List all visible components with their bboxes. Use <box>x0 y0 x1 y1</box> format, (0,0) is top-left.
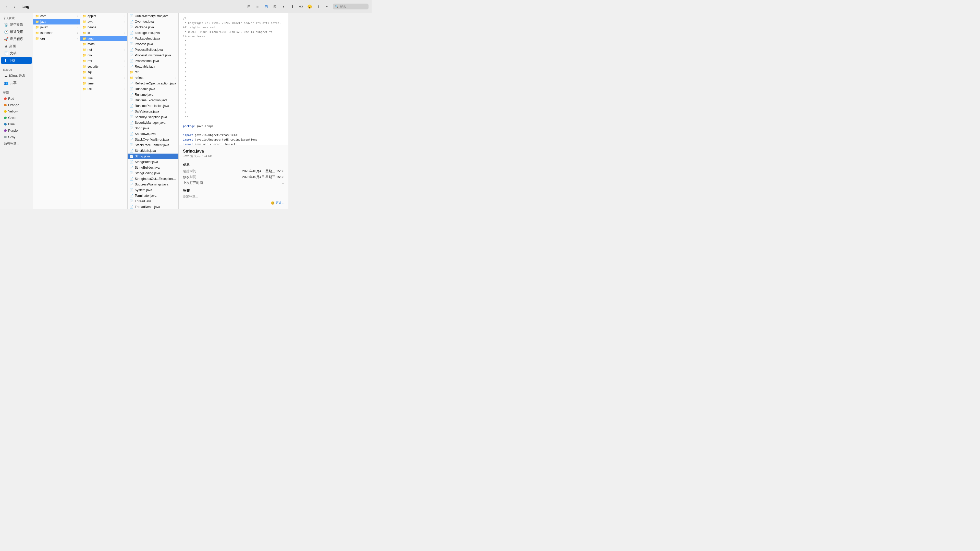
more-icon: 😊 <box>271 201 275 205</box>
list-item[interactable]: 📄 Short.java <box>127 125 178 131</box>
view-list-btn[interactable]: ≡ <box>254 3 261 11</box>
list-item[interactable]: 📄 SecurityManager.java <box>127 120 178 125</box>
view-gallery-btn[interactable]: ⊠ <box>271 3 279 11</box>
sidebar-tag-purple[interactable]: Purple <box>1 127 32 134</box>
java-file-icon: 📄 <box>130 82 134 85</box>
chevron-right-icon: › <box>124 71 125 74</box>
view-icon-btn[interactable]: ⊞ <box>245 3 253 11</box>
file-info-row-created: 创建时间 2023年10月4日 星期三 15:38 <box>183 169 284 173</box>
list-item[interactable]: 📁 sql › <box>80 69 127 75</box>
view-col-btn[interactable]: ⊟ <box>262 3 270 11</box>
sidebar-item-icloud-drive[interactable]: ☁ iCloud云盘 <box>1 72 32 79</box>
list-item[interactable]: 📄 System.java <box>127 187 178 193</box>
action-btn[interactable]: 😊 <box>306 3 313 11</box>
list-item[interactable]: 📁 security › <box>80 64 127 69</box>
search-input[interactable] <box>340 5 366 8</box>
sidebar-item-desktop[interactable]: 🖥 桌面 <box>1 43 32 50</box>
more-view-btn[interactable]: ▼ <box>280 3 287 11</box>
sidebar-item-shared[interactable]: 👥 共享 <box>1 79 32 86</box>
code-line <box>183 129 284 133</box>
list-item[interactable]: 📁 beans › <box>80 24 127 30</box>
list-item[interactable]: 📄 Runnable.java <box>127 86 178 92</box>
list-item[interactable]: 📁 nio › <box>80 52 127 58</box>
sidebar-item-recent[interactable]: 🕐 最近使用 <box>1 28 32 35</box>
list-item[interactable]: 📄 Override.java <box>127 19 178 24</box>
back-button[interactable]: ‹ <box>3 3 10 10</box>
list-item[interactable]: 📄 ProcessImpl.java <box>127 58 178 64</box>
file-name: Short.java <box>135 127 177 130</box>
list-item[interactable]: 📁 time › <box>80 81 127 86</box>
code-line: * <box>183 57 284 61</box>
tag-btn[interactable]: 🏷 <box>297 3 305 11</box>
list-item[interactable]: 📁 io › <box>80 30 127 36</box>
list-item[interactable]: 📁 math › <box>80 41 127 47</box>
share-btn[interactable]: ⬆ <box>288 3 296 11</box>
sidebar-item-airdrop[interactable]: 📡 隔空投送 <box>1 21 32 28</box>
java-file-icon: 📄 <box>130 54 134 57</box>
code-preview: /* * Copyright (c) 1994, 2020, Oracle an… <box>179 13 288 145</box>
list-item[interactable]: 📁 launcher › <box>33 30 80 36</box>
list-item[interactable]: 📄 Readable.java <box>127 64 178 69</box>
sidebar-tag-yellow[interactable]: Yellow <box>1 108 32 114</box>
info-btn[interactable]: ℹ <box>314 3 322 11</box>
sidebar-tag-blue[interactable]: Blue <box>1 121 32 127</box>
list-item[interactable]: 📄 StringCoding.java <box>127 170 178 176</box>
list-item[interactable]: 📄 Package.java <box>127 24 178 30</box>
list-item[interactable]: 📁 text › <box>80 75 127 81</box>
more-button[interactable]: 😊 更多... <box>183 199 284 205</box>
list-item[interactable]: 📁 javax › <box>33 24 80 30</box>
more-btn[interactable]: ▼ <box>323 3 331 11</box>
add-tag-field[interactable]: 添加标签... <box>183 194 284 199</box>
sidebar-all-tags[interactable]: 所有标签... <box>1 140 32 147</box>
list-item-string-java[interactable]: 📄 String.java <box>127 154 178 159</box>
list-item[interactable]: 📄 Shutdown.java <box>127 131 178 137</box>
list-item[interactable]: 📄 SecurityException.java <box>127 114 178 120</box>
list-item[interactable]: 📄 ThreadDeath.java <box>127 204 178 209</box>
sidebar-tag-orange[interactable]: Orange <box>1 102 32 108</box>
list-item[interactable]: 📄 ProcessBuilder.java <box>127 47 178 52</box>
list-item[interactable]: 📄 StringIndexOut...Exception.java <box>127 176 178 182</box>
list-item[interactable]: 📄 ProcessEnvironment.java <box>127 52 178 58</box>
list-item[interactable]: 📁 lang › <box>80 36 127 41</box>
list-item[interactable]: 📄 RuntimeException.java <box>127 97 178 103</box>
list-item[interactable]: 📄 PackageImpl.java <box>127 36 178 41</box>
list-item[interactable]: 📁 util › <box>80 86 127 92</box>
search-bar[interactable]: 🔍 <box>333 3 369 10</box>
list-item[interactable]: 📁 org › <box>33 36 80 41</box>
list-item[interactable]: 📄 RuntimePermission.java <box>127 103 178 109</box>
list-item[interactable]: 📁 com › <box>33 13 80 19</box>
sidebar-tag-green[interactable]: Green <box>1 114 32 121</box>
sidebar-tag-gray[interactable]: Gray <box>1 134 32 140</box>
sidebar-tag-red[interactable]: Red <box>1 95 32 102</box>
list-item[interactable]: 📄 StackOverflowError.java <box>127 137 178 142</box>
java-file-icon: 📄 <box>130 143 134 147</box>
list-item[interactable]: 📁 reflect › <box>127 75 178 81</box>
list-item[interactable]: 📄 Process.java <box>127 41 178 47</box>
list-item[interactable]: 📁 applet › <box>80 13 127 19</box>
list-item[interactable]: 📄 ReflectiveOpe...xception.java <box>127 81 178 86</box>
list-item[interactable]: 📄 Terminator.java <box>127 193 178 198</box>
code-line: * <box>183 48 284 52</box>
list-item[interactable]: 📄 SuppressWarnings.java <box>127 182 178 187</box>
list-item[interactable]: 📄 StringBuilder.java <box>127 165 178 170</box>
sidebar-item-downloads[interactable]: ⬇ 下载 <box>1 57 32 64</box>
list-item[interactable]: 📄 package-info.java <box>127 30 178 36</box>
list-item[interactable]: 📄 StackTraceElement.java <box>127 142 178 148</box>
sidebar-item-documents[interactable]: 📄 文稿 <box>1 50 32 57</box>
list-item[interactable]: 📁 net › <box>80 47 127 52</box>
list-item[interactable]: 📁 rmi › <box>80 58 127 64</box>
file-name: sql <box>88 70 123 74</box>
list-item[interactable]: 📄 SafeVarargs.java <box>127 109 178 114</box>
folder-icon: 📁 <box>35 25 39 29</box>
sidebar-item-apps[interactable]: 🚀 应用程序 <box>1 35 32 43</box>
list-item[interactable]: 📁 awt › <box>80 19 127 24</box>
list-item[interactable]: 📄 StringBuffer.java <box>127 159 178 165</box>
chevron-right-icon: › <box>77 21 78 23</box>
list-item[interactable]: 📄 Runtime.java <box>127 92 178 97</box>
list-item[interactable]: 📄 Thread.java <box>127 198 178 204</box>
list-item[interactable]: 📄 StrictMath.java <box>127 148 178 154</box>
list-item[interactable]: 📄 OutOfMemoryError.java <box>127 13 178 19</box>
list-item[interactable]: 📁 java › <box>33 19 80 24</box>
list-item[interactable]: 📁 ref › <box>127 69 178 75</box>
forward-button[interactable]: › <box>11 3 18 10</box>
